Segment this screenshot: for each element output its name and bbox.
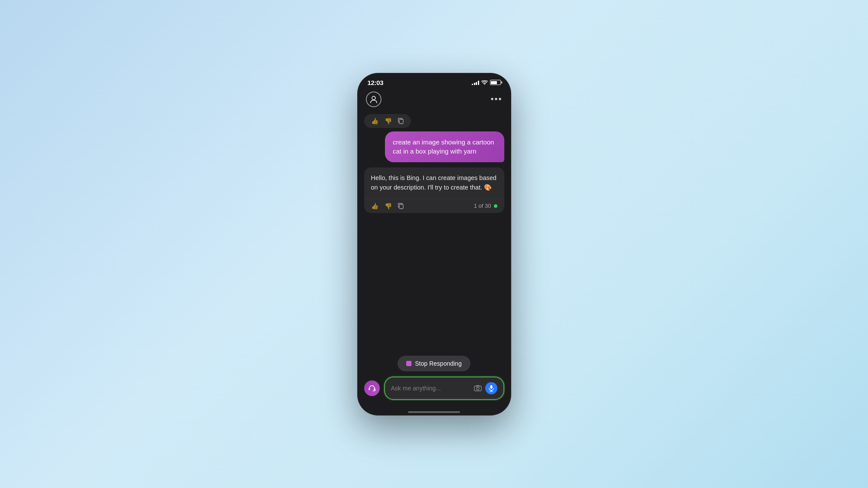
message-counter: 1 of 30 xyxy=(474,203,497,209)
camera-icon[interactable] xyxy=(474,385,482,391)
home-indicator xyxy=(357,412,511,416)
bot-message-body: Hello, this is Bing. I can create images… xyxy=(364,167,504,199)
input-avatar xyxy=(364,380,380,396)
bot-action-bar: 👍 👎 1 of 30 xyxy=(364,199,504,213)
messages-area: 👍 👎 create an image showing a cartoon ca… xyxy=(357,112,511,352)
home-bar xyxy=(408,411,460,413)
signal-bars-icon xyxy=(472,80,479,85)
top-action-bar: 👍 👎 xyxy=(364,114,411,128)
person-icon xyxy=(369,95,378,104)
svg-rect-8 xyxy=(490,385,492,389)
svg-rect-3 xyxy=(368,388,370,390)
thumbs-up-icon-top[interactable]: 👍 xyxy=(371,118,378,124)
avatar-button[interactable] xyxy=(366,92,381,107)
status-time: 12:03 xyxy=(368,79,384,86)
status-icons xyxy=(472,80,501,85)
copy-icon-top[interactable] xyxy=(398,118,404,124)
input-placeholder: Ask me anything... xyxy=(391,385,470,392)
status-bar: 12:03 xyxy=(357,73,511,88)
stop-btn-area: Stop Responding xyxy=(357,352,511,377)
more-button[interactable]: ••• xyxy=(490,94,502,104)
mic-button[interactable] xyxy=(485,382,497,394)
svg-rect-2 xyxy=(399,204,403,209)
headset-icon xyxy=(368,384,376,393)
svg-rect-6 xyxy=(474,386,481,391)
svg-point-5 xyxy=(373,390,374,391)
copy-icon-bot[interactable] xyxy=(398,203,404,209)
text-input-box[interactable]: Ask me anything... xyxy=(384,377,504,400)
phone-frame: 12:03 xyxy=(357,73,511,416)
thumbs-up-icon-bot[interactable]: 👍 xyxy=(371,203,378,210)
wifi-icon xyxy=(481,80,488,85)
mic-icon xyxy=(489,385,494,392)
user-message-bubble: create an image showing a cartoon cat in… xyxy=(385,131,504,163)
input-area: Ask me anything... xyxy=(357,377,511,412)
green-dot xyxy=(494,204,497,208)
thumbs-down-icon-top[interactable]: 👎 xyxy=(385,118,392,124)
chat-content: 👍 👎 create an image showing a cartoon ca… xyxy=(357,112,511,416)
user-message-text: create an image showing a cartoon cat in… xyxy=(393,138,494,155)
battery-icon xyxy=(490,80,501,85)
bot-message-container: Hello, this is Bing. I can create images… xyxy=(364,167,504,213)
chat-header: ••• xyxy=(357,88,511,112)
counter-text: 1 of 30 xyxy=(474,203,491,209)
bot-action-left: 👍 👎 xyxy=(371,203,404,210)
stop-square-icon xyxy=(406,361,411,366)
svg-rect-1 xyxy=(399,119,403,124)
svg-point-0 xyxy=(372,96,375,100)
thumbs-down-icon-bot[interactable]: 👎 xyxy=(385,203,392,210)
stop-btn-label: Stop Responding xyxy=(415,360,461,367)
stop-responding-button[interactable]: Stop Responding xyxy=(398,356,470,371)
svg-point-7 xyxy=(477,387,479,390)
bot-message-text: Hello, this is Bing. I can create images… xyxy=(371,174,496,191)
